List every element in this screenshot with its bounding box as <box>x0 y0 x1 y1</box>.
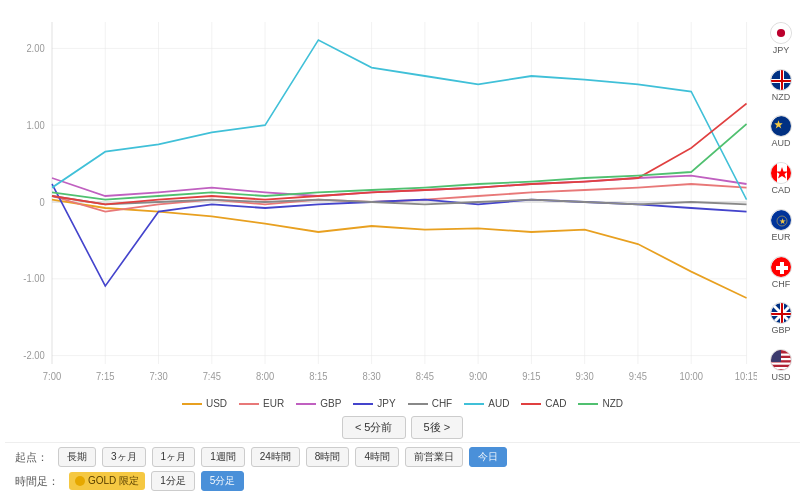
next-button[interactable]: 5後 > <box>411 416 464 439</box>
flag-eur: ★ <box>770 209 792 231</box>
svg-rect-48 <box>771 163 777 184</box>
flag-item-nzd[interactable]: NZD <box>770 69 792 102</box>
svg-text:9:00: 9:00 <box>469 370 488 382</box>
period-btn-4h[interactable]: 4時間 <box>355 447 399 467</box>
svg-rect-69 <box>771 350 781 362</box>
flag-item-jpy[interactable]: JPY <box>770 22 792 55</box>
svg-rect-56 <box>776 266 788 270</box>
legend-gbp: GBP <box>296 398 341 409</box>
legend-eur-line <box>239 403 259 405</box>
gold-icon <box>75 476 85 486</box>
svg-text:2.00: 2.00 <box>26 42 45 54</box>
legend-nzd-label: NZD <box>602 398 623 409</box>
svg-point-39 <box>777 29 785 37</box>
flag-label-usd: USD <box>771 372 790 382</box>
legend-chf-label: CHF <box>432 398 453 409</box>
period-btn-3m[interactable]: 3ヶ月 <box>102 447 146 467</box>
legend-cad-line <box>521 403 541 405</box>
chart-wrapper: .grid-line { stroke: #e8e8e8; stroke-wid… <box>5 10 757 394</box>
flag-cad <box>770 162 792 184</box>
main-chart: .grid-line { stroke: #e8e8e8; stroke-wid… <box>5 10 757 394</box>
bottom-controls: 起点： 長期 3ヶ月 1ヶ月 1週間 24時間 8時間 4時間 前営業日 今日 … <box>5 442 800 495</box>
flag-label-eur: EUR <box>771 232 790 242</box>
flag-item-aud[interactable]: AUD <box>770 115 792 148</box>
flag-item-gbp[interactable]: GBP <box>770 302 792 335</box>
svg-rect-67 <box>771 363 792 365</box>
legend-cad: CAD <box>521 398 566 409</box>
legend-nzd: NZD <box>578 398 623 409</box>
svg-rect-49 <box>787 163 792 184</box>
period-btn-longterm[interactable]: 長期 <box>58 447 96 467</box>
timeframe-row: 時間足： GOLD 限定 1分足 5分足 <box>15 471 790 491</box>
tf-btn-5m[interactable]: 5分足 <box>201 471 245 491</box>
gold-badge: GOLD 限定 <box>69 472 145 490</box>
period-btn-prev[interactable]: 前営業日 <box>405 447 463 467</box>
flag-label-cad: CAD <box>771 185 790 195</box>
svg-text:7:15: 7:15 <box>96 370 115 382</box>
legend-jpy: JPY <box>353 398 395 409</box>
legend-gbp-line <box>296 403 316 405</box>
svg-text:-1.00: -1.00 <box>23 273 45 285</box>
flag-label-aud: AUD <box>771 138 790 148</box>
legend-aud-label: AUD <box>488 398 509 409</box>
flag-gbp <box>770 302 792 324</box>
legend-jpy-label: JPY <box>377 398 395 409</box>
flag-jpy <box>770 22 792 44</box>
period-btn-1w[interactable]: 1週間 <box>201 447 245 467</box>
navigation-area: < 5分前 5後 > <box>5 413 800 442</box>
svg-text:9:30: 9:30 <box>576 370 595 382</box>
legend-area: USD EUR GBP JPY CHF AUD CAD NZD <box>5 394 800 413</box>
flag-nzd <box>770 69 792 91</box>
main-container: .grid-line { stroke: #e8e8e8; stroke-wid… <box>0 0 800 500</box>
legend-chf: CHF <box>408 398 453 409</box>
flag-item-chf[interactable]: CHF <box>770 256 792 289</box>
legend-aud-line <box>464 403 484 405</box>
flag-label-chf: CHF <box>772 279 791 289</box>
svg-text:8:15: 8:15 <box>309 370 328 382</box>
legend-gbp-label: GBP <box>320 398 341 409</box>
legend-eur: EUR <box>239 398 284 409</box>
flag-label-nzd: NZD <box>772 92 791 102</box>
flag-item-eur[interactable]: ★ EUR <box>770 209 792 242</box>
flag-usd <box>770 349 792 371</box>
svg-text:8:30: 8:30 <box>362 370 381 382</box>
period-btn-1m[interactable]: 1ヶ月 <box>152 447 196 467</box>
svg-text:7:00: 7:00 <box>43 370 62 382</box>
tf-btn-1m[interactable]: 1分足 <box>151 471 195 491</box>
svg-text:9:45: 9:45 <box>629 370 648 382</box>
svg-text:8:45: 8:45 <box>416 370 435 382</box>
period-row: 起点： 長期 3ヶ月 1ヶ月 1週間 24時間 8時間 4時間 前営業日 今日 <box>15 447 790 467</box>
gold-badge-label: GOLD 限定 <box>88 474 139 488</box>
legend-jpy-line <box>353 403 373 405</box>
legend-usd: USD <box>182 398 227 409</box>
flag-item-cad[interactable]: CAD <box>770 162 792 195</box>
legend-usd-label: USD <box>206 398 227 409</box>
prev-button[interactable]: < 5分前 <box>342 416 406 439</box>
svg-rect-63 <box>771 313 792 315</box>
flags-panel: JPY NZD AUD CAD <box>762 10 800 394</box>
svg-text:1.00: 1.00 <box>26 119 45 131</box>
period-btn-today[interactable]: 今日 <box>469 447 507 467</box>
flag-label-gbp: GBP <box>771 325 790 335</box>
period-btn-24h[interactable]: 24時間 <box>251 447 300 467</box>
legend-aud: AUD <box>464 398 509 409</box>
svg-text:-2.00: -2.00 <box>23 350 45 362</box>
chart-area: .grid-line { stroke: #e8e8e8; stroke-wid… <box>5 10 800 394</box>
period-btn-8h[interactable]: 8時間 <box>306 447 350 467</box>
flag-chf <box>770 256 792 278</box>
flag-aud <box>770 115 792 137</box>
timeframe-label: 時間足： <box>15 474 59 489</box>
svg-text:9:15: 9:15 <box>522 370 541 382</box>
legend-chf-line <box>408 403 428 405</box>
svg-text:7:30: 7:30 <box>149 370 168 382</box>
svg-text:10:15: 10:15 <box>735 370 757 382</box>
svg-text:0: 0 <box>39 196 45 208</box>
flag-label-jpy: JPY <box>773 45 790 55</box>
legend-eur-label: EUR <box>263 398 284 409</box>
flag-item-usd[interactable]: USD <box>770 349 792 382</box>
svg-text:★: ★ <box>779 217 786 226</box>
svg-text:8:00: 8:00 <box>256 370 275 382</box>
legend-cad-label: CAD <box>545 398 566 409</box>
svg-rect-44 <box>781 70 783 91</box>
svg-point-45 <box>771 116 792 137</box>
